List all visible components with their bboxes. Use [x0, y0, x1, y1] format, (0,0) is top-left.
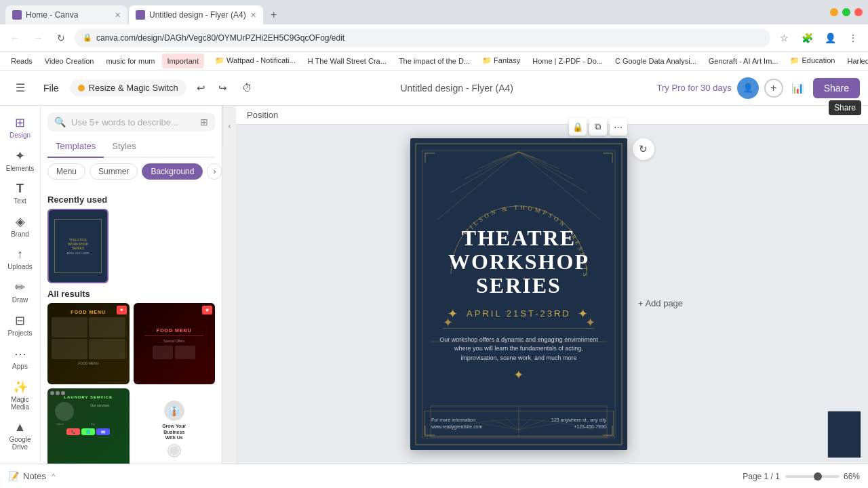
close-window-button[interactable] [854, 8, 863, 16]
magic-switch-button[interactable]: Resize & Magic Switch [70, 79, 186, 96]
template-business[interactable]: 👔 Grow YourBusinessWith Us [134, 388, 216, 464]
template-badge2: ★ [202, 306, 212, 314]
tab-favicon [12, 10, 22, 20]
search-input[interactable] [71, 117, 195, 127]
notes-icon: 📝 [8, 471, 19, 481]
filter-chip-menu[interactable]: Menu [47, 163, 85, 180]
tab-close-icon[interactable]: ✕ [115, 11, 121, 20]
template-laundry[interactable]: LAUNDRY SERVICE Our services • Wash • Dr… [47, 388, 130, 464]
apps-icon: ⋯ [14, 346, 26, 361]
sidebar-item-elements[interactable]: ✦ Elements [3, 144, 38, 176]
tab-favicon-active [136, 10, 145, 20]
forward-button[interactable]: → [28, 28, 47, 47]
sidebar-item-google-drive[interactable]: ▲ Google Drive [3, 416, 38, 455]
copy-element-button[interactable]: ⧉ [589, 118, 607, 136]
profile-button[interactable]: 👤 [821, 28, 840, 47]
minimize-button[interactable] [830, 8, 838, 16]
filter-chip-more[interactable]: › [207, 163, 222, 180]
menu-button[interactable]: ⋮ [844, 28, 863, 47]
bookmark-wattpad[interactable]: 📁 Wattpad - Notificati... [210, 54, 301, 68]
avatar-button[interactable]: 👤 [737, 77, 759, 99]
bookmark-video[interactable]: Video Creation [39, 54, 100, 68]
filter-icon[interactable]: ⊞ [200, 117, 208, 127]
zoom-level: 66% [844, 472, 860, 481]
browser-tabs: Home - Canva ✕ Untitled design - Flyer (… [5, 0, 283, 24]
sidebar-item-apps[interactable]: ⋯ Apps [3, 342, 38, 374]
bookmark-google-data[interactable]: C Google Data Analysi... [610, 54, 702, 68]
template-filters: Menu Summer Background › [41, 158, 222, 185]
tab-label: Home - Canva [26, 10, 78, 20]
tab-templates[interactable]: Templates [47, 136, 104, 158]
add-page-button[interactable]: + Add page [627, 294, 694, 312]
bookmark-important[interactable]: Important [162, 54, 204, 68]
address-bar[interactable]: 🔒 canva.com/design/DAGh/Vegc80/OYMUrPZHi… [75, 28, 770, 47]
back-button[interactable]: ← [5, 28, 24, 47]
try-pro-button[interactable]: Try Pro for 30 days [657, 83, 732, 93]
template-grid: FOOD MENU FOOD MENU ✦ [47, 303, 215, 464]
star-bookmark-button[interactable]: ☆ [774, 28, 793, 47]
analytics-button[interactable]: 📊 [789, 79, 808, 98]
sidebar-item-magic-media[interactable]: ✨ Magic Media [3, 375, 38, 415]
toolbar-right: Try Pro for 30 days 👤 + 📊 Share [657, 77, 860, 99]
page-thumbnail[interactable] [827, 411, 861, 458]
maximize-button[interactable] [842, 8, 850, 16]
template-food2[interactable]: FOOD MENU Special Offers ★ [134, 303, 216, 384]
bookmark-wsj[interactable]: H The Wall Street Cra... [302, 54, 392, 68]
tab-home[interactable]: Home - Canva ✕ [5, 5, 127, 24]
toolbar-center: Untitled design - Flyer (A4) [262, 83, 652, 94]
more-options-button[interactable]: ⋯ [610, 118, 627, 136]
tab-styles[interactable]: Styles [104, 136, 144, 157]
tab-close-active-icon[interactable]: ✕ [250, 11, 256, 20]
lock-element-button[interactable]: 🔒 [569, 118, 587, 136]
filter-chip-background[interactable]: Background [142, 163, 203, 180]
bookmark-music[interactable]: music for mum [100, 54, 160, 68]
sidebar-item-projects[interactable]: ⊟ Projects [3, 309, 38, 341]
redo-button[interactable]: ↪ [214, 79, 233, 98]
share-tooltip: Share [829, 100, 861, 115]
sidebar-item-draw[interactable]: ✏ Draw [3, 276, 38, 308]
hamburger-menu-button[interactable]: ☰ [8, 76, 33, 100]
templates-panel: 🔍 ⊞ Templates Styles Menu Summer Backgro… [41, 106, 222, 464]
recent-template-theatre[interactable]: THEATRE WORKSHOP SERIES APRIL 21ST-23RD [47, 209, 108, 283]
canva-app: ☰ File Resize & Magic Switch ↩ ↪ ⏱ Untit… [0, 70, 868, 488]
poster-date: ✦ APRIL 21ST-23RD ✦ [448, 306, 590, 321]
bookmark-zpdf[interactable]: Home | Z-PDF - Do... [527, 54, 608, 68]
poster-divider-top [443, 328, 595, 329]
refresh-button[interactable]: ↻ [633, 138, 654, 160]
sidebar-item-uploads[interactable]: ↑ Uploads [3, 243, 38, 274]
tab-design[interactable]: Untitled design - Flyer (A4) ✕ [129, 5, 263, 24]
bookmark-education[interactable]: 📁 Education [785, 54, 840, 68]
canvas-area: Position 🔒 ⧉ ⋯ ↻ [236, 106, 868, 464]
bookmark-fantasy[interactable]: 📁 Fantasy [477, 54, 526, 68]
panel-collapse-button[interactable]: ‹ [222, 106, 236, 146]
sidebar-item-design[interactable]: ⊞ Design [3, 111, 38, 143]
bookmark-gencraft[interactable]: Gencraft - AI Art Im... [703, 54, 784, 68]
zoom-slider[interactable] [785, 475, 840, 478]
position-header: Position [236, 106, 868, 125]
poster[interactable]: WILSON & THOMPSON PRESENTS ✦ ✦ ✦ [410, 138, 627, 450]
notes-button[interactable]: 📝 Notes [8, 471, 46, 481]
extensions-button[interactable]: 🧩 [797, 28, 816, 47]
add-collaborator-button[interactable]: + [764, 79, 783, 98]
undo-button[interactable]: ↩ [192, 79, 211, 98]
sidebar-item-text[interactable]: T Text [3, 178, 38, 209]
bookmark-harlequin[interactable]: Harlequin Romance... [842, 54, 868, 68]
zoom-slider-thumb [814, 472, 822, 481]
template-food1[interactable]: FOOD MENU FOOD MENU ✦ [47, 303, 130, 384]
notes-label: Notes [23, 471, 46, 481]
new-tab-button[interactable]: + [264, 5, 283, 24]
reload-button[interactable]: ↻ [52, 28, 71, 47]
bookmark-reads[interactable]: Reads [5, 54, 38, 68]
main-area: ⊞ Design ✦ Elements T Text ◈ Brand ↑ U [0, 106, 868, 464]
template-badge: ✦ [117, 306, 127, 314]
filter-chip-summer[interactable]: Summer [90, 163, 138, 180]
sidebar-item-brand[interactable]: ◈ Brand [3, 210, 38, 242]
browser-titlebar: Home - Canva ✕ Untitled design - Flyer (… [0, 0, 868, 24]
bookmark-impact[interactable]: The impact of the D... [393, 54, 475, 68]
draw-icon: ✏ [15, 280, 25, 295]
share-button[interactable]: Share [813, 78, 860, 98]
uploads-icon: ↑ [17, 247, 23, 262]
file-menu-button[interactable]: File [38, 80, 64, 96]
timer-button[interactable]: ⏱ [238, 79, 257, 98]
design-icon: ⊞ [15, 115, 25, 130]
